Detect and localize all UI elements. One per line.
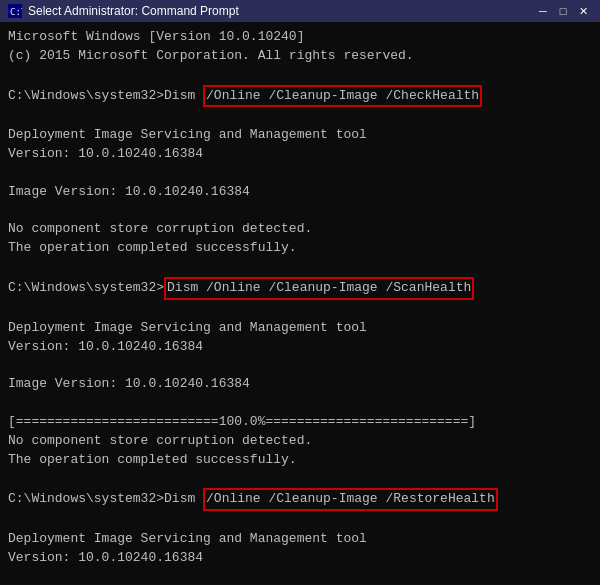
output-line: Version: 10.0.10240.16384 — [8, 145, 592, 164]
command-line: C:\Windows\system32>Dism /Online /Cleanu… — [8, 488, 592, 511]
cmd-prompt: C:\Windows\system32> — [8, 279, 164, 298]
cmd-text: /Online /Cleanup-Image /CheckHealth — [203, 85, 482, 108]
cmd-prompt: C:\Windows\system32>Dism — [8, 490, 203, 509]
empty-line — [8, 107, 592, 126]
output-line: Image Version: 10.0.10240.16384 — [8, 183, 592, 202]
empty-line — [8, 394, 592, 413]
output-line: (c) 2015 Microsoft Corporation. All righ… — [8, 47, 592, 66]
output-line: The operation completed successfully. — [8, 451, 592, 470]
svg-text:C:\: C:\ — [10, 7, 22, 17]
cmd-prompt: C:\Windows\system32>Dism — [8, 87, 203, 106]
empty-line — [8, 202, 592, 221]
empty-line — [8, 568, 592, 585]
title-bar-text: Select Administrator: Command Prompt — [28, 4, 239, 18]
empty-line — [8, 356, 592, 375]
cmd-text: Dism /Online /Cleanup-Image /ScanHealth — [164, 277, 474, 300]
empty-line — [8, 258, 592, 277]
maximize-button[interactable]: □ — [554, 3, 572, 19]
output-line: Image Version: 10.0.10240.16384 — [8, 375, 592, 394]
output-line: Microsoft Windows [Version 10.0.10240] — [8, 28, 592, 47]
command-line: C:\Windows\system32>Dism /Online /Cleanu… — [8, 277, 592, 300]
title-bar-left: C:\ Select Administrator: Command Prompt — [8, 4, 239, 18]
title-bar-controls: ─ □ ✕ — [534, 3, 592, 19]
empty-line — [8, 300, 592, 319]
cmd-text: /Online /Cleanup-Image /RestoreHealth — [203, 488, 498, 511]
empty-line — [8, 511, 592, 530]
cmd-icon: C:\ — [8, 4, 22, 18]
output-line: Deployment Image Servicing and Managemen… — [8, 126, 592, 145]
output-line: No component store corruption detected. — [8, 220, 592, 239]
terminal-body: Microsoft Windows [Version 10.0.10240](c… — [0, 22, 600, 585]
close-button[interactable]: ✕ — [574, 3, 592, 19]
output-line: [==========================100.0%=======… — [8, 413, 592, 432]
output-line: Version: 10.0.10240.16384 — [8, 549, 592, 568]
empty-line — [8, 469, 592, 488]
output-line: Deployment Image Servicing and Managemen… — [8, 530, 592, 549]
output-line: The operation completed successfully. — [8, 239, 592, 258]
empty-line — [8, 164, 592, 183]
empty-line — [8, 66, 592, 85]
minimize-button[interactable]: ─ — [534, 3, 552, 19]
command-line: C:\Windows\system32>Dism /Online /Cleanu… — [8, 85, 592, 108]
title-bar: C:\ Select Administrator: Command Prompt… — [0, 0, 600, 22]
output-line: No component store corruption detected. — [8, 432, 592, 451]
output-line: Version: 10.0.10240.16384 — [8, 338, 592, 357]
output-line: Deployment Image Servicing and Managemen… — [8, 319, 592, 338]
